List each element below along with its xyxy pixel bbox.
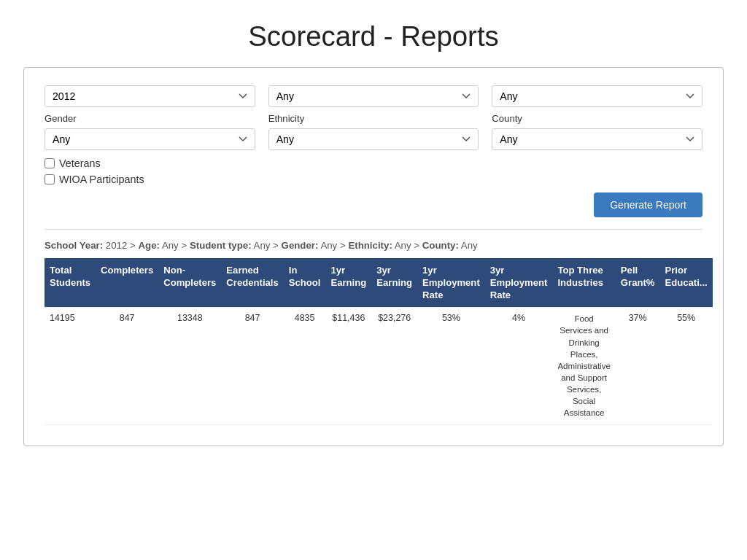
- third-select[interactable]: Any: [492, 85, 703, 107]
- third-filter-group: Any: [492, 85, 703, 107]
- breadcrumb: School Year: 2012 > Age: Any > Student t…: [44, 240, 703, 251]
- cell-1yr-earning: $11,436: [325, 308, 371, 424]
- header-row: TotalStudents Completers Non-Completers …: [44, 258, 713, 308]
- col-top-industries: Top ThreeIndustries: [552, 258, 615, 308]
- generate-row: Generate Report: [44, 192, 703, 217]
- checkbox-row: Veterans WIOA Participants: [44, 158, 703, 185]
- gender-select[interactable]: Any: [44, 128, 255, 150]
- filter-row-1: 2012 2013 2014 2015 Any Any: [44, 85, 703, 107]
- cell-completers: 847: [96, 308, 158, 424]
- wioa-label: WIOA Participants: [59, 174, 144, 185]
- ethnicity-select[interactable]: Any: [268, 128, 479, 150]
- year-filter-group: 2012 2013 2014 2015: [44, 85, 255, 107]
- county-label: County: [492, 113, 703, 124]
- ethnicity-label: Ethnicity: [268, 113, 479, 124]
- col-earned-credentials: EarnedCredentials: [221, 258, 283, 308]
- page-title: Scorecard - Reports: [0, 0, 747, 67]
- year-select[interactable]: 2012 2013 2014 2015: [44, 85, 255, 107]
- col-prior-education: PriorEducati...: [659, 258, 712, 308]
- col-total-students: TotalStudents: [44, 258, 96, 308]
- veterans-checkbox-label[interactable]: Veterans: [44, 158, 703, 169]
- main-container: 2012 2013 2014 2015 Any Any Gender: [23, 67, 724, 446]
- age-filter-group: Any: [268, 85, 479, 107]
- cell-non-completers: 13348: [158, 308, 221, 424]
- report-table: TotalStudents Completers Non-Completers …: [44, 258, 713, 425]
- cell-1yr-employment: 53%: [417, 308, 485, 424]
- age-select[interactable]: Any: [268, 85, 479, 107]
- wioa-checkbox-label[interactable]: WIOA Participants: [44, 174, 703, 185]
- col-3yr-earning: 3yrEarning: [371, 258, 417, 308]
- county-select[interactable]: Any: [492, 128, 703, 150]
- gender-filter-group: Gender Any: [44, 113, 255, 150]
- veterans-label: Veterans: [59, 158, 101, 169]
- cell-earned-credentials: 847: [221, 308, 283, 424]
- generate-report-button[interactable]: Generate Report: [594, 192, 703, 217]
- col-non-completers: Non-Completers: [158, 258, 221, 308]
- col-pell-grant: PellGrant%: [616, 258, 660, 308]
- table-row: 14195 847 13348 847 4835 $11,436 $23,276…: [44, 308, 713, 424]
- wioa-checkbox[interactable]: [44, 174, 55, 184]
- ethnicity-filter-group: Ethnicity Any: [268, 113, 479, 150]
- filter-row-2: Gender Any Ethnicity Any County Any: [44, 113, 703, 150]
- section-divider: [44, 229, 703, 230]
- col-1yr-employment: 1yrEmploymentRate: [417, 258, 485, 308]
- table-header: TotalStudents Completers Non-Completers …: [44, 258, 713, 308]
- veterans-checkbox[interactable]: [44, 158, 55, 168]
- cell-total-students: 14195: [44, 308, 96, 424]
- cell-3yr-earning: $23,276: [371, 308, 417, 424]
- cell-top-industries: Food Services and Drinking Places, Admin…: [552, 308, 615, 424]
- cell-3yr-employment: 4%: [485, 308, 553, 424]
- filter-section: 2012 2013 2014 2015 Any Any Gender: [44, 85, 703, 217]
- col-completers: Completers: [96, 258, 158, 308]
- table-body: 14195 847 13348 847 4835 $11,436 $23,276…: [44, 308, 713, 424]
- cell-prior-education: 55%: [659, 308, 712, 424]
- col-1yr-earning: 1yrEarning: [325, 258, 371, 308]
- cell-in-school: 4835: [284, 308, 326, 424]
- col-in-school: InSchool: [284, 258, 326, 308]
- gender-label: Gender: [44, 113, 255, 124]
- col-3yr-employment: 3yrEmploymentRate: [485, 258, 553, 308]
- cell-pell-grant: 37%: [616, 308, 660, 424]
- county-filter-group: County Any: [492, 113, 703, 150]
